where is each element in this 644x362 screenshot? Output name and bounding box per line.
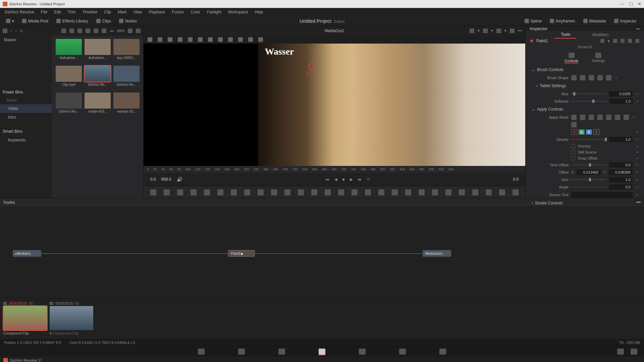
thumb-aufnahme2[interactable]: Aufnahme... xyxy=(84,39,111,64)
fx-text-icon[interactable] xyxy=(177,189,183,195)
page-fusion-icon[interactable] xyxy=(319,349,325,355)
tool-clone-icon[interactable] xyxy=(178,37,182,42)
sort-icon[interactable] xyxy=(102,28,106,33)
viewer-canvas[interactable]: Wasser ✕ xyxy=(144,44,525,166)
bin-master[interactable]: Master xyxy=(0,36,52,44)
node-mediaout[interactable]: MediaOut1 ▪ xyxy=(423,250,451,257)
menu-trim[interactable]: Trim xyxy=(65,9,78,15)
menu-color[interactable]: Color xyxy=(188,9,203,15)
thumb-woman[interactable]: woman-20... xyxy=(113,93,140,117)
page-edit-icon[interactable] xyxy=(278,349,285,355)
softness-value[interactable]: 1.0 xyxy=(609,99,633,104)
tool-wand-icon[interactable] xyxy=(218,37,223,42)
menu-workspace[interactable]: Workspace xyxy=(225,9,251,15)
node-enabled-dot[interactable] xyxy=(530,40,533,42)
tool-dot-icon[interactable] xyxy=(228,37,233,42)
page-media-icon[interactable] xyxy=(198,349,205,355)
node-mediain[interactable]: ▸ MediaIn1 xyxy=(13,250,41,257)
reset-icon[interactable] xyxy=(635,39,639,43)
page-home-icon[interactable] xyxy=(617,349,624,355)
mode-8-icon[interactable] xyxy=(571,122,577,127)
effects-library-button[interactable]: Effects Library xyxy=(53,18,91,24)
fx-text3d-icon[interactable] xyxy=(459,189,465,195)
thumb-clip[interactable]: Clip.mp4 xyxy=(55,66,82,90)
menu-mark[interactable]: Mark xyxy=(115,9,129,15)
inspector-more-icon[interactable]: ••• xyxy=(636,27,640,31)
menu-file[interactable]: File xyxy=(38,9,50,15)
fx-xf2-icon[interactable] xyxy=(284,189,290,195)
page-cut-icon[interactable] xyxy=(238,349,245,355)
tool-square-icon[interactable] xyxy=(208,37,213,42)
nodes-more-icon[interactable]: ••• xyxy=(636,200,641,205)
tab-controls[interactable]: Controls xyxy=(565,53,578,63)
keyframes-button[interactable]: Keyframes xyxy=(546,18,578,24)
nav-back-icon[interactable]: ‹ xyxy=(11,29,12,33)
softness-slider[interactable] xyxy=(571,101,606,102)
tab-modifiers[interactable]: Modifiers xyxy=(586,32,615,38)
chk-overlay[interactable] xyxy=(571,144,575,148)
opt2-icon[interactable] xyxy=(136,28,141,33)
fx-light-icon[interactable] xyxy=(432,189,438,195)
page-deliver-icon[interactable] xyxy=(439,349,446,355)
size-slider[interactable] xyxy=(571,94,606,94)
thumb-aufnahme1[interactable]: Aufnahme... xyxy=(55,39,82,64)
thumb-davinci2[interactable]: DaVinci Re... xyxy=(113,66,140,90)
size-value[interactable]: 0.0205 xyxy=(609,91,633,97)
shape-rect-icon[interactable] xyxy=(606,75,611,80)
sect-apply[interactable]: ⌄ Apply Controls xyxy=(529,105,641,114)
media-pool-button[interactable]: Media Pool xyxy=(19,18,52,24)
inspector-button[interactable]: Inspector xyxy=(611,18,640,24)
key-icon[interactable] xyxy=(621,39,625,43)
angle-value[interactable]: 0.0 xyxy=(609,184,633,190)
view-thumb-icon[interactable] xyxy=(61,28,66,33)
fx-mask-icon[interactable] xyxy=(217,189,223,195)
thumb-model[interactable]: model-429... xyxy=(84,93,111,117)
thumb-davinci1[interactable]: DaVinci Re... xyxy=(84,66,111,90)
frame-ruler[interactable]: 0204060801001201401601802002202402602803… xyxy=(144,166,525,173)
mode-6-icon[interactable] xyxy=(615,115,620,120)
chk-still[interactable] xyxy=(571,150,575,154)
fx-cloud-icon[interactable] xyxy=(513,189,519,195)
layout-menu[interactable]: ▾ xyxy=(3,18,17,24)
spline-button[interactable]: Spline xyxy=(521,18,545,24)
tool-circle-icon[interactable] xyxy=(198,37,203,42)
loop-button[interactable]: ⟳ xyxy=(367,177,370,182)
node-paint[interactable]: Paint1 ◆ xyxy=(228,250,255,257)
mode-2-icon[interactable] xyxy=(580,115,585,120)
shape-soft-icon[interactable] xyxy=(571,75,577,80)
mode-3-icon[interactable] xyxy=(589,115,594,120)
bin-intro[interactable]: Intro xyxy=(0,113,52,122)
fx-card-icon[interactable] xyxy=(164,189,170,195)
fx-bspline-icon[interactable] xyxy=(378,189,384,195)
fx-matte-icon[interactable] xyxy=(311,189,317,195)
tab-tools[interactable]: Tools xyxy=(555,31,576,39)
fx-blur-icon[interactable] xyxy=(231,189,237,195)
fx-rect-icon[interactable] xyxy=(338,189,344,195)
fx-xf1-icon[interactable] xyxy=(271,189,277,195)
tool-arrow-icon[interactable] xyxy=(148,37,152,42)
tool-curve-icon[interactable] xyxy=(188,37,193,42)
tab-settings[interactable]: Settings xyxy=(592,53,605,63)
ch-g[interactable]: G xyxy=(579,129,585,135)
page-settings-icon[interactable] xyxy=(631,349,637,355)
opt1-icon[interactable] xyxy=(128,28,132,33)
tool-multi-icon[interactable] xyxy=(168,37,172,42)
speaker-icon[interactable]: 🔊 xyxy=(177,177,182,182)
tool-brush-icon[interactable] xyxy=(158,37,162,42)
mode-4-icon[interactable] xyxy=(597,115,603,120)
menu-help[interactable]: Help xyxy=(252,9,266,15)
kf-icon[interactable] xyxy=(615,77,617,79)
fx-part1-icon[interactable] xyxy=(392,189,398,195)
view-mode-icon[interactable] xyxy=(470,28,474,33)
fx-part3-icon[interactable] xyxy=(419,189,425,195)
bin-video[interactable]: Video xyxy=(0,104,52,113)
fx-track-icon[interactable] xyxy=(204,189,210,195)
menu-edit[interactable]: Edit xyxy=(51,9,64,15)
view-more-icon[interactable]: ••• xyxy=(518,28,522,33)
size2-slider[interactable] xyxy=(571,179,606,180)
mode-5-icon[interactable] xyxy=(606,115,611,120)
nav-fwd-icon[interactable]: › xyxy=(15,29,17,33)
shape-round-icon[interactable] xyxy=(580,75,585,80)
fx-render-icon[interactable] xyxy=(486,189,492,195)
opacity-value[interactable]: 1.0 xyxy=(609,137,633,142)
